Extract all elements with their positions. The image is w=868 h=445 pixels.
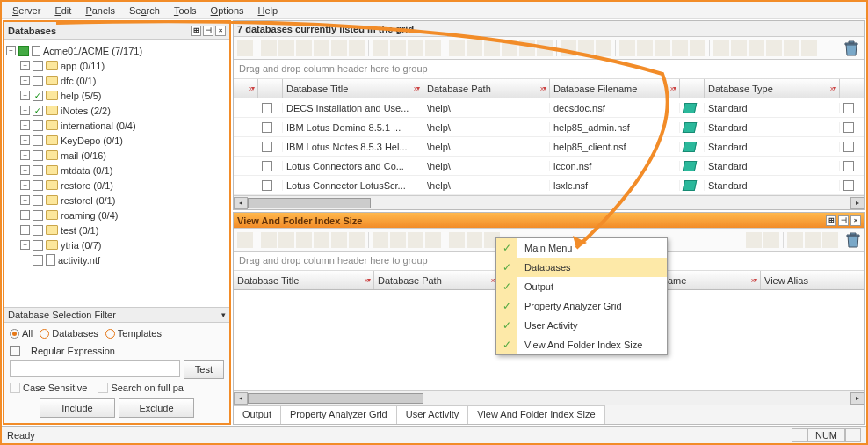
- checkbox[interactable]: [262, 122, 272, 133]
- tree-item[interactable]: + dfc (0/1): [6, 73, 228, 88]
- tool-icon[interactable]: [314, 232, 329, 248]
- scroll-left-icon[interactable]: ◂: [234, 197, 248, 209]
- radio-templates[interactable]: Templates: [105, 328, 162, 339]
- scroll-right-icon[interactable]: ▸: [850, 392, 864, 405]
- tool-icon[interactable]: [672, 40, 688, 56]
- tool-icon[interactable]: [390, 40, 406, 56]
- tool-icon[interactable]: [278, 40, 294, 56]
- tree-file[interactable]: activity.ntf: [58, 255, 100, 266]
- tool-icon[interactable]: [619, 40, 635, 56]
- expand-icon[interactable]: +: [20, 165, 30, 175]
- tool-icon[interactable]: [467, 40, 482, 56]
- tool-icon[interactable]: [713, 40, 729, 56]
- menu-panels[interactable]: Panels: [78, 4, 122, 18]
- checkbox[interactable]: [33, 225, 43, 236]
- expand-icon[interactable]: +: [20, 225, 30, 235]
- tool-icon[interactable]: [261, 232, 277, 248]
- checkbox[interactable]: [33, 165, 43, 176]
- popup-item[interactable]: ✓Main Menu: [496, 238, 667, 258]
- tool-icon[interactable]: [502, 40, 517, 56]
- tool-icon[interactable]: [278, 232, 294, 248]
- panel-grid-icon[interactable]: ⊞: [826, 215, 836, 226]
- checkbox[interactable]: [33, 135, 43, 146]
- tool-icon[interactable]: [408, 232, 423, 248]
- checkbox[interactable]: [33, 76, 43, 86]
- expand-icon[interactable]: −: [6, 46, 16, 55]
- table-row[interactable]: IBM Lotus Notes 8.5.3 Hel... \help\ help…: [234, 137, 864, 157]
- tree-item[interactable]: + app (0/11): [6, 58, 228, 73]
- tree-item[interactable]: + test (0/1): [6, 222, 228, 237]
- tool-icon[interactable]: [449, 232, 465, 248]
- tool-icon[interactable]: [467, 232, 482, 248]
- h-scrollbar[interactable]: ◂ ▸: [234, 390, 864, 405]
- scroll-left-icon[interactable]: ◂: [234, 392, 248, 405]
- tool-icon[interactable]: [561, 40, 576, 56]
- tool-icon[interactable]: [425, 232, 441, 248]
- scroll-thumb[interactable]: [248, 198, 371, 208]
- tree-item[interactable]: + ✓ help (5/5): [6, 88, 228, 103]
- h-scrollbar[interactable]: ◂ ▸: [234, 195, 864, 209]
- tool-icon[interactable]: [349, 40, 365, 56]
- checkbox-fullpath[interactable]: [98, 383, 108, 393]
- table-row[interactable]: IBM Lotus Domino 8.5.1 ... \help\ help85…: [234, 118, 864, 137]
- tree-item[interactable]: + mtdata (0/1): [6, 163, 228, 178]
- checkbox[interactable]: [843, 180, 854, 191]
- tool-icon[interactable]: [484, 40, 500, 56]
- expand-icon[interactable]: +: [20, 210, 30, 220]
- tool-icon[interactable]: [784, 40, 799, 56]
- tree-item[interactable]: + restorel (0/1): [6, 193, 228, 208]
- checkbox[interactable]: [262, 142, 272, 152]
- tool-icon[interactable]: [314, 40, 329, 56]
- top-toolbar[interactable]: [234, 37, 864, 60]
- tool-icon[interactable]: [537, 40, 553, 56]
- tab[interactable]: User Activity: [397, 405, 469, 424]
- tool-icon[interactable]: [390, 232, 406, 248]
- group-hint[interactable]: Drag and drop column header here to grou…: [234, 60, 864, 79]
- tool-icon[interactable]: [449, 40, 465, 56]
- radio-databases[interactable]: Databases: [40, 328, 98, 339]
- scroll-thumb[interactable]: [248, 393, 423, 404]
- tool-icon[interactable]: [296, 232, 312, 248]
- tool-icon[interactable]: [331, 40, 347, 56]
- trash-icon[interactable]: [843, 40, 859, 57]
- panel-close-icon[interactable]: ×: [850, 215, 861, 226]
- checkbox[interactable]: [33, 240, 43, 251]
- menubar[interactable]: Server Edit Panels Search Tools Options …: [2, 2, 866, 19]
- tree-item[interactable]: + international (0/4): [6, 118, 228, 133]
- expand-icon[interactable]: +: [20, 120, 30, 130]
- expand-icon[interactable]: +: [20, 180, 30, 190]
- trash-icon[interactable]: [845, 231, 861, 249]
- tool-icon[interactable]: [655, 40, 670, 56]
- expand-icon[interactable]: +: [20, 61, 30, 70]
- tree-item[interactable]: + roaming (0/4): [6, 208, 228, 222]
- bottom-tabs[interactable]: OutputProperty Analyzer GridUser Activit…: [234, 405, 864, 424]
- tool-icon[interactable]: [805, 232, 821, 248]
- checkbox[interactable]: [843, 161, 854, 171]
- checkbox[interactable]: ✓: [33, 106, 43, 116]
- table-row[interactable]: DECS Installation and Use... \help\ decs…: [234, 98, 864, 118]
- checkbox[interactable]: [262, 180, 272, 191]
- tool-icon[interactable]: [237, 40, 253, 56]
- popup-item[interactable]: ✓Databases: [496, 258, 667, 277]
- tool-icon[interactable]: [822, 232, 838, 248]
- menu-server[interactable]: Server: [5, 4, 47, 18]
- tool-icon[interactable]: [261, 40, 277, 56]
- tab[interactable]: Output: [234, 405, 281, 424]
- popup-item[interactable]: ✓User Activity: [496, 316, 667, 335]
- table-row[interactable]: Lotus Connector LotusScr... \help\ lsxlc…: [234, 176, 864, 195]
- expand-icon[interactable]: +: [20, 106, 30, 115]
- expand-icon[interactable]: +: [20, 76, 30, 85]
- expand-icon[interactable]: +: [20, 240, 30, 250]
- tool-icon[interactable]: [578, 40, 594, 56]
- menu-options[interactable]: Options: [204, 4, 251, 18]
- top-grid-header[interactable]: x▾ Database Titlex▾ Database Pathx▾ Data…: [234, 79, 864, 98]
- checkbox-case[interactable]: [10, 383, 20, 393]
- checkbox[interactable]: [33, 255, 43, 266]
- tool-icon[interactable]: [787, 232, 803, 248]
- tool-icon[interactable]: [373, 232, 388, 248]
- checkbox-regex[interactable]: [10, 346, 20, 356]
- tool-icon[interactable]: [237, 232, 253, 248]
- tool-icon[interactable]: [373, 40, 388, 56]
- collapse-icon[interactable]: ▾: [221, 310, 226, 319]
- tool-icon[interactable]: [690, 40, 705, 56]
